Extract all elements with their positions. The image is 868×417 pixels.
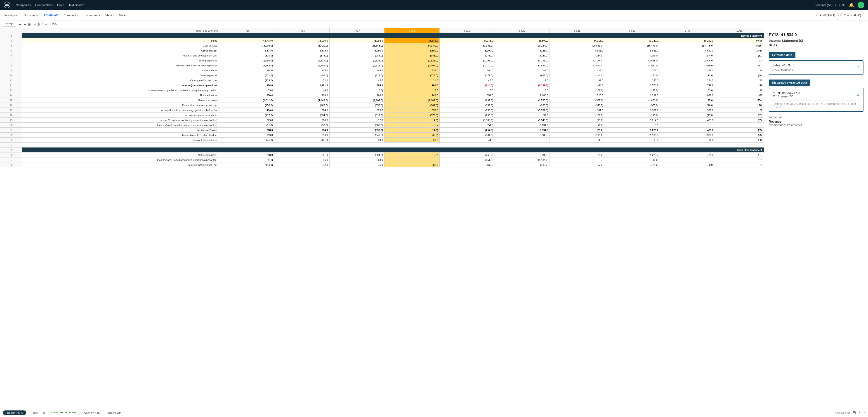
row-num: 22: [0, 133, 22, 137]
sheet-tab-quarterly-ytd[interactable]: Quarterly YTD: [81, 411, 103, 415]
download-icon[interactable]: ⬇: [859, 411, 861, 414]
terminal-link[interactable]: Terminal (Alt+T): [815, 3, 836, 7]
label-net-income: Net income/(loss): [22, 128, 219, 133]
nav-textsearch[interactable]: Text Search: [68, 3, 84, 7]
sales-fy15[interactable]: 42,778.0: [219, 38, 274, 43]
cos-ltm[interactable]: (34,745.0): [660, 43, 715, 48]
gm-fy21[interactable]: 4,356.0: [550, 48, 605, 53]
add-sheet-icon[interactable]: ⊕: [42, 411, 45, 415]
cos-fy18[interactable]: (34,944.0): [384, 43, 440, 48]
tagged-as-section: Tagged as Revenue (Comprehensive Income): [769, 116, 864, 127]
table-row: 23 Non-controlling interest (41.0)(35.0)…: [0, 137, 764, 142]
cos-fy17[interactable]: (28,543.0): [329, 43, 384, 48]
gm-fy22[interactable]: 5,661.0: [604, 48, 660, 53]
tab-instruments[interactable]: Instruments: [85, 13, 100, 18]
redo-icon[interactable]: ↪: [24, 23, 26, 26]
share-icon[interactable]: ↗: [863, 411, 865, 414]
sales-fy22[interactable]: 41,140.0: [604, 38, 660, 43]
col-1q16-header[interactable]: 1Q16: [715, 28, 764, 33]
nav-drive[interactable]: Drive: [57, 3, 64, 7]
cos-fy22[interactable]: (35,479.0): [604, 43, 660, 48]
cos-fy15[interactable]: (35,904.0): [219, 43, 274, 48]
label-rd: Research and development cost: [22, 53, 219, 58]
sales-ltm[interactable]: 39,292.0: [660, 38, 715, 43]
gm-1q16[interactable]: 1,533: [715, 48, 764, 53]
table-icon[interactable]: ⊞: [28, 23, 31, 26]
col-fy20-header[interactable]: FY20: [495, 28, 550, 33]
gm-fy17[interactable]: 5,450.0: [329, 48, 384, 53]
tab-financials[interactable]: Financials: [44, 12, 59, 18]
cos-fy19[interactable]: (30,336.0): [439, 43, 495, 48]
sales-fy19[interactable]: 34,036.0: [439, 38, 495, 43]
sheet-tab-annual[interactable]: Annual and Quarterly: [48, 410, 79, 415]
tab-documents[interactable]: Documents: [24, 13, 39, 18]
cos-fy16[interactable]: (31,421.0): [274, 43, 329, 48]
table-row: 3 Sales 42,778.0 38,000.0 33,993.0 41,53…: [0, 38, 764, 43]
tab-description[interactable]: Description: [4, 13, 18, 18]
gm-fy16[interactable]: 6,579.0: [274, 48, 329, 53]
col-header-row: €mm, Sep year-end FY15 FY16 FY17 FY18 FY…: [0, 28, 764, 33]
save-icon[interactable]: 💾: [852, 411, 856, 414]
formula-value[interactable]: 41534: [50, 23, 865, 26]
label-equity: Income from companies accounted for usin…: [22, 88, 219, 93]
col-fy19-header[interactable]: FY19: [439, 28, 495, 33]
gm-fy15[interactable]: 6,874.0: [219, 48, 274, 53]
discarded-data-label[interactable]: Discarded extracted data: [769, 79, 810, 86]
gm-fy18[interactable]: 6,590.0: [384, 48, 440, 53]
sheet-tab-rolling[interactable]: Rolling LTM: [105, 411, 124, 415]
sales-fy16[interactable]: 38,000.0: [274, 38, 329, 43]
gm-ltm[interactable]: 4,547.0: [660, 48, 715, 53]
col-a-header: €mm, Sep year-end: [22, 28, 219, 33]
highlight-button[interactable]: Highlight (Alt+X): [3, 411, 26, 415]
cos-1q16[interactable]: (8,015): [715, 43, 764, 48]
table-row: 7 Selling expenses (2,996.0)(2,817.0) (2…: [0, 58, 764, 63]
gm-fy19[interactable]: 3,700.0: [439, 48, 495, 53]
copy-extracted-icon[interactable]: 🗋: [856, 65, 860, 70]
label-tax: Income tax (expense)/income: [22, 113, 219, 118]
cos-fy21[interactable]: (29,659.0): [550, 43, 605, 48]
sales-fy18[interactable]: 41,534.0: [384, 38, 440, 43]
label-sales: Sales: [22, 38, 219, 43]
label-cf-net: Net income/(loss): [22, 153, 219, 157]
formula-icon[interactable]: ⋈: [33, 23, 36, 26]
col-fy16-header[interactable]: FY16: [274, 28, 329, 33]
copy-discarded-icon[interactable]: 🗋: [856, 92, 860, 97]
nav-companies[interactable]: Companies: [16, 3, 31, 7]
table-row: 28 Deferred income taxes, net (110.0)32.…: [0, 162, 764, 167]
col-fy15-header[interactable]: FY15: [219, 28, 274, 33]
notification-icon[interactable]: 🔔: [849, 2, 854, 7]
help-link[interactable]: Help: [839, 3, 845, 7]
col-fy17-header[interactable]: FY17: [329, 28, 384, 33]
spreadsheet-area[interactable]: €mm, Sep year-end FY15 FY16 FY17 FY18 FY…: [0, 28, 764, 408]
sales-fy17[interactable]: 33,993.0: [329, 38, 384, 43]
undo-icon[interactable]: ↩: [19, 23, 22, 26]
table-row: 14 Finance income 1,320.0916.0 768.0745.…: [0, 93, 764, 98]
row-num: 18: [0, 113, 22, 118]
gm-fy20[interactable]: (285.0): [495, 48, 550, 53]
row-num: 10: [0, 73, 22, 78]
tab-notes[interactable]: Notes: [119, 13, 127, 18]
user-avatar[interactable]: [858, 2, 864, 8]
cos-fy20[interactable]: (29,184.0): [495, 43, 550, 48]
charts-button[interactable]: Charts (Alt+C): [840, 13, 864, 18]
tab-forecasting[interactable]: Forecasting: [64, 13, 79, 18]
extracted-data-label[interactable]: Extracted data: [769, 52, 796, 58]
sales-fy20[interactable]: 28,899.0: [495, 38, 550, 43]
table-row: 20 Income/(loss) from discontinued opera…: [0, 123, 764, 128]
italic-icon[interactable]: I: [41, 23, 42, 26]
col-fy22-header[interactable]: FY22: [604, 28, 660, 33]
sales-fy21[interactable]: 34,015.0: [550, 38, 605, 43]
label-disc-ops: Income/(loss) from discontinued operatio…: [22, 123, 219, 128]
col-ltm-header[interactable]: LTM: [660, 28, 715, 33]
bold-icon[interactable]: B: [37, 23, 40, 26]
row-num: 26: [0, 153, 22, 157]
audit-button[interactable]: Audit (Alt+A): [816, 13, 839, 18]
label-other-income: Other income: [22, 68, 219, 73]
corner-cell: [0, 28, 22, 33]
sales-1q16[interactable]: 9,548: [715, 38, 764, 43]
nav-comparables[interactable]: Comparables: [35, 3, 53, 7]
col-fy21-header[interactable]: FY21: [550, 28, 605, 33]
col-fy18-header[interactable]: FY18: [384, 28, 440, 33]
logo[interactable]: OO: [4, 2, 10, 8]
tab-memo[interactable]: Memo: [105, 13, 114, 18]
